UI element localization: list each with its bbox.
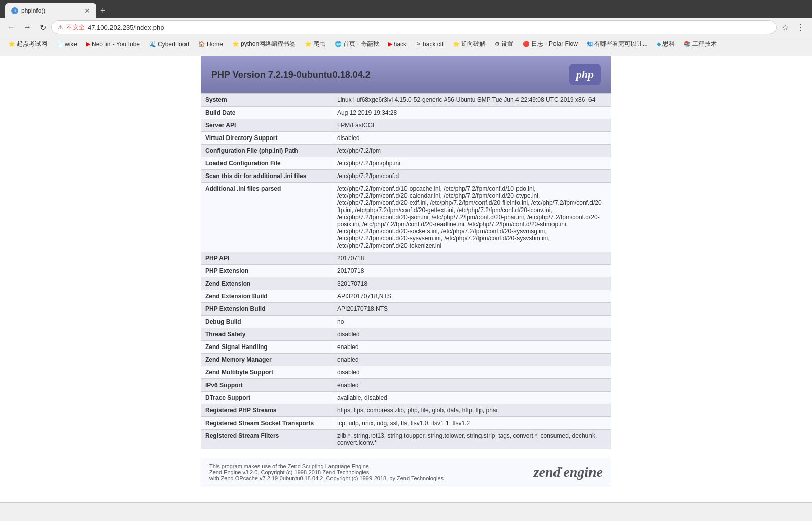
bookmark-label: 爬虫 (313, 40, 325, 48)
table-cell-label: Build Date (201, 107, 333, 119)
zhihu-icon: 知 (587, 40, 593, 48)
bookmark-label: 工程技术 (692, 40, 717, 48)
table-row: Virtual Directory Supportdisabled (201, 132, 611, 145)
bookmark-label: hack (394, 41, 407, 48)
bookmark-item[interactable]: ▶ hack (384, 40, 411, 49)
bookmark-label: 日志 - Polar Flow (531, 40, 577, 48)
table-cell-value: Aug 12 2019 19:34:28 (333, 107, 611, 119)
bookmark-label: Neo lin - YouTube (92, 41, 140, 48)
polar-icon: 🔴 (523, 41, 530, 47)
bookmark-item[interactable]: 知 有哪些看完可以让... (583, 39, 652, 49)
table-row: Scan this dir for additional .ini files/… (201, 170, 611, 183)
bookmark-item[interactable]: 🌊 CyberFlood (145, 40, 193, 49)
bookmark-icon: ⭐ (305, 41, 312, 47)
forward-button[interactable]: → (20, 22, 34, 33)
table-cell-value: 20170718 (333, 265, 611, 277)
table-cell-label: IPv6 Support (201, 379, 333, 392)
cisco-icon: ◆ (657, 41, 661, 47)
table-row: Registered Stream Filterszlib.*, string.… (201, 430, 611, 449)
bookmark-item-youtube[interactable]: ▶ Neo lin - YouTube (82, 40, 144, 49)
table-cell-label: Virtual Directory Support (201, 132, 333, 145)
table-row: Registered Stream Socket Transportstcp, … (201, 417, 611, 430)
bookmark-item[interactable]: ◆ 思科 (653, 39, 679, 49)
table-cell-value: 320170718 (333, 277, 611, 290)
bookmark-icon: 🌊 (149, 41, 156, 47)
bookmark-label: 起点考试网 (17, 40, 47, 48)
tab-title: phpinfo() (21, 7, 81, 14)
tab-close-button[interactable]: ✕ (84, 7, 90, 14)
php-logo: php (569, 64, 601, 85)
table-row: Zend Memory Managerenabled (201, 354, 611, 366)
settings-icon: ⚙ (495, 41, 500, 47)
table-row: PHP API20170718 (201, 252, 611, 265)
bookmark-item[interactable]: ⭐ 逆向破解 (449, 39, 490, 49)
active-tab[interactable]: phpinfo() ✕ (5, 3, 96, 18)
table-cell-value: enabled (333, 379, 611, 392)
bookmark-item[interactable]: 🔴 日志 - Polar Flow (519, 39, 581, 49)
table-row: Zend Multibyte Supportdisabled (201, 366, 611, 379)
bookmark-item[interactable]: 🏳 hack ctf (412, 40, 448, 49)
table-row: IPv6 Supportenabled (201, 379, 611, 392)
bookmark-item[interactable]: ⭐ 爬虫 (301, 39, 329, 49)
table-cell-value: 20170718 (333, 252, 611, 265)
zend-engine-logo: zend°engine (534, 464, 603, 480)
table-row: Debug Buildno (201, 316, 611, 328)
bookmark-icon: 📄 (56, 41, 63, 47)
insecure-label: 不安全 (66, 23, 85, 32)
navigation-bar: ← → ↻ ⚠ 不安全 ☆ ⋮ (0, 18, 812, 37)
table-cell-label: Debug Build (201, 316, 333, 328)
bookmark-item[interactable]: 📚 工程技术 (680, 39, 721, 49)
book-icon: 📚 (684, 41, 691, 47)
bookmark-item[interactable]: ⭐ python网络编程书签 (228, 39, 300, 49)
table-cell-label: Scan this dir for additional .ini files (201, 170, 333, 183)
url-input[interactable] (88, 24, 770, 31)
bookmark-item[interactable]: 🌐 首页 - 奇葩秋 (330, 39, 383, 49)
table-cell-value: enabled (333, 354, 611, 366)
table-cell-label: Additional .ini files parsed (201, 183, 333, 252)
browser-chrome: phpinfo() ✕ + ← → ↻ ⚠ 不安全 ☆ ⋮ ⭐ 起点考试网 📄 … (0, 0, 812, 51)
table-row: Registered PHP Streamshttps, ftps, compr… (201, 404, 611, 417)
php-logo-text: php (576, 68, 594, 81)
bookmark-label: 设置 (501, 40, 513, 48)
bookmark-label: wike (65, 41, 77, 48)
phpinfo-container: PHP Version 7.2.19-0ubuntu0.18.04.2 php … (201, 56, 611, 487)
youtube-icon: ▶ (86, 41, 90, 47)
table-cell-label: PHP Extension Build (201, 303, 333, 316)
table-cell-label: System (201, 94, 333, 107)
bookmark-label: 思科 (662, 40, 675, 48)
back-button[interactable]: ← (4, 22, 18, 33)
bookmark-item[interactable]: 🏠 Home (194, 40, 227, 49)
new-tab-button[interactable]: + (96, 6, 110, 16)
table-cell-label: Loaded Configuration File (201, 157, 333, 170)
table-cell-label: Thread Safety (201, 328, 333, 341)
zend-footer: This program makes use of the Zend Scrip… (201, 458, 611, 487)
table-cell-value: /etc/php/7.2/fpm/conf.d (333, 170, 611, 183)
reload-button[interactable]: ↻ (36, 22, 49, 33)
bookmark-item[interactable]: 📄 wike (52, 40, 81, 49)
bookmark-label: python网络编程书签 (241, 40, 296, 48)
table-row: Server APIFPM/FastCGI (201, 119, 611, 132)
table-cell-label: PHP API (201, 252, 333, 265)
tab-favicon (11, 7, 18, 14)
table-row: Loaded Configuration File/etc/php/7.2/fp… (201, 157, 611, 170)
bookmark-item[interactable]: ⚙ 设置 (491, 39, 518, 49)
security-icon: ⚠ (58, 24, 63, 31)
bookmark-label: hack ctf (423, 41, 444, 48)
bookmarks-bar: ⭐ 起点考试网 📄 wike ▶ Neo lin - YouTube 🌊 Cyb… (0, 37, 812, 51)
table-cell-value: https, ftps, compress.zlib, php, file, g… (333, 404, 611, 417)
table-cell-value: /etc/php/7.2/fpm/conf.d/10-opcache.ini, … (333, 183, 611, 252)
zend-footer-text: This program makes use of the Zend Scrip… (209, 463, 534, 481)
table-cell-label: Zend Signal Handling (201, 341, 333, 354)
address-bar[interactable]: ⚠ 不安全 (51, 20, 777, 34)
footer-line3: with Zend OPcache v7.2.19-0ubuntu0.18.04… (209, 475, 534, 481)
phpinfo-table: SystemLinux i-uf68xge6r3ivl 4.15.0-52-ge… (201, 93, 611, 449)
table-cell-label: Zend Memory Manager (201, 354, 333, 366)
bookmark-icon: ⭐ (453, 41, 460, 47)
table-cell-value: /etc/php/7.2/fpm/php.ini (333, 157, 611, 170)
menu-button[interactable]: ⋮ (794, 22, 808, 33)
bookmark-item[interactable]: ⭐ 起点考试网 (4, 39, 51, 49)
bookmark-icon: ⭐ (8, 41, 15, 47)
table-cell-value: /etc/php/7.2/fpm (333, 145, 611, 157)
bookmark-button[interactable]: ☆ (779, 22, 792, 33)
table-cell-value: enabled (333, 341, 611, 354)
